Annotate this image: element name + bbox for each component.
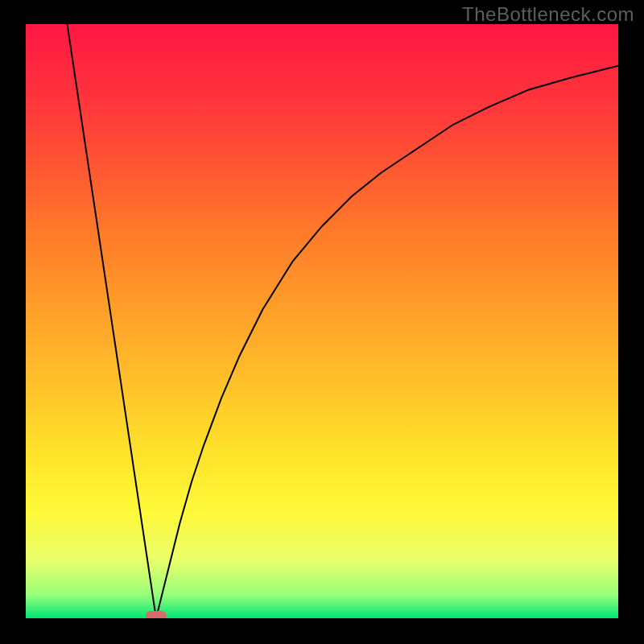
chart-root: TheBottleneck.com bbox=[0, 0, 644, 644]
minimum-pill bbox=[146, 611, 167, 618]
gradient-backdrop bbox=[26, 24, 618, 618]
minimum-marker bbox=[146, 611, 167, 618]
watermark-text: TheBottleneck.com bbox=[462, 3, 634, 26]
chart-svg bbox=[26, 24, 618, 618]
plot-area bbox=[26, 24, 618, 618]
